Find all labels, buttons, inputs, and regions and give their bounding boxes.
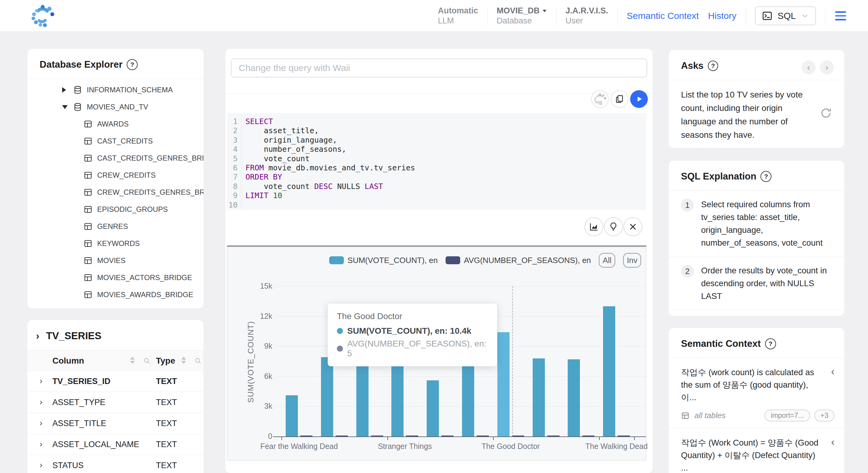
line-number: 7 <box>227 173 242 182</box>
vote-count-bar[interactable] <box>568 359 580 437</box>
table-item[interactable]: MOVIES_ACTORS_BRIDGE <box>27 269 204 286</box>
schema-item[interactable]: INFORMATION_SCHEMA <box>27 81 204 98</box>
chart-panel: SUM(VOTE_COUNT), enAVG(NUMBER_OF_SEASONS… <box>227 245 646 461</box>
help-icon[interactable]: ? <box>765 338 776 349</box>
table-item[interactable]: GENRES <box>27 218 204 235</box>
vote-count-bar[interactable] <box>427 380 439 437</box>
tv-series-title: TV_SERIES <box>46 330 101 342</box>
avg-seasons-bar[interactable] <box>477 436 489 437</box>
explanation-step: 1Select required columns from tv_series … <box>669 191 844 257</box>
sql-editor[interactable]: 1SELECT2 asset_title,3 origin_language,4… <box>227 113 646 210</box>
chevron-left-icon[interactable]: ‹ <box>831 366 835 404</box>
vote-count-bar[interactable] <box>321 357 333 437</box>
help-icon[interactable]: ? <box>761 171 771 182</box>
avg-seasons-bar[interactable] <box>512 436 524 437</box>
refresh-icon[interactable] <box>820 107 832 119</box>
legend-item[interactable]: AVG(NUMBER_OF_SEASONS), en <box>445 256 591 265</box>
column-name: TV_SERIES_ID <box>52 377 111 386</box>
avg-seasons-bar[interactable] <box>618 436 630 437</box>
legend-all-button[interactable]: All <box>599 253 615 268</box>
legend-inv-button[interactable]: Inv <box>623 253 641 268</box>
sql-mode-selector[interactable]: SQL <box>755 6 816 25</box>
code-text: LIMIT 10 <box>242 191 282 200</box>
context-pill[interactable]: +3 <box>814 410 835 421</box>
table-row[interactable]: ›ASSET_LOCAL_NAMETEXT <box>27 434 204 455</box>
table-item[interactable]: MOVIES <box>27 252 204 269</box>
line-number: 8 <box>227 182 242 191</box>
code-text: vote_count DESC NULLS LAST <box>242 182 383 191</box>
vote-count-bar[interactable] <box>497 332 509 437</box>
y-tick-label: 0 <box>227 432 272 441</box>
tv-series-panel: › TV_SERIES Column Type ›TV_SERIES_IDTEX… <box>27 320 204 473</box>
menu-icon[interactable] <box>835 9 847 22</box>
copy-icon <box>615 94 624 104</box>
table-item[interactable]: MOVIES_AWARDS_BRIDGE <box>27 286 204 303</box>
database-selector[interactable]: MOVIE_DB Database <box>497 6 547 26</box>
y-tick-label: 15k <box>227 282 272 291</box>
table-item[interactable]: AWARDS <box>27 116 204 132</box>
code-text: SELECT <box>242 117 273 126</box>
table-row[interactable]: ›TV_SERIES_IDTEXT <box>27 371 204 392</box>
user-value: J.A.R.V.I.S. <box>565 6 608 16</box>
legend-swatch <box>445 256 460 264</box>
search-type-icon[interactable] <box>194 357 202 365</box>
tree-item-label: GENRES <box>97 222 128 231</box>
table-item[interactable]: CREW_CREDITS <box>27 167 204 184</box>
avg-seasons-bar[interactable] <box>547 436 559 437</box>
ask-text: List the top 10 TV series by vote count,… <box>681 88 819 142</box>
help-icon[interactable]: ? <box>708 61 718 71</box>
caret-icon[interactable] <box>62 87 68 93</box>
caret-icon[interactable] <box>62 105 68 109</box>
database-value: MOVIE_DB <box>497 6 540 16</box>
avg-seasons-bar[interactable] <box>441 436 454 437</box>
line-number: 2 <box>227 126 242 135</box>
column-type: TEXT <box>156 461 177 470</box>
run-query-button[interactable] <box>630 90 648 108</box>
tv-series-header[interactable]: › TV_SERIES <box>27 320 204 350</box>
vote-count-bar[interactable] <box>603 306 615 437</box>
play-icon <box>634 94 644 104</box>
table-item[interactable]: CAST_CREDITS_GENRES_BRIDGE <box>27 150 204 167</box>
waii-assist-button[interactable] <box>591 90 609 108</box>
nav-semantic-context[interactable]: Semantic Context <box>627 11 699 21</box>
avg-seasons-bar[interactable] <box>371 436 383 437</box>
next-ask-button[interactable]: › <box>820 60 834 75</box>
table-row[interactable]: ›ASSET_TYPETEXT <box>27 392 204 413</box>
sort-column-icon[interactable] <box>130 357 135 364</box>
explanation-step: 2Order the results by vote_count in desc… <box>669 257 844 310</box>
close-chart-button[interactable] <box>623 217 642 236</box>
x-axis-line <box>273 437 646 437</box>
step-number: 2 <box>681 265 694 278</box>
chart-view-button[interactable] <box>585 217 603 236</box>
llm-selector[interactable]: Automatic LLM <box>438 6 478 26</box>
help-icon[interactable]: ? <box>127 59 138 70</box>
y-tick-label: 6k <box>227 372 272 381</box>
vote-count-bar[interactable] <box>533 358 545 437</box>
database-explorer-panel: Database Explorer ? INFORMATION_SCHEMAMO… <box>27 49 204 308</box>
table-item[interactable]: CREW_CREDITS_GENRES_BRIDGE <box>27 184 204 201</box>
legend-item[interactable]: SUM(VOTE_COUNT), en <box>329 256 438 265</box>
context-pill[interactable]: import=7... <box>765 410 810 421</box>
table-item[interactable]: KEYWORDS <box>27 235 204 252</box>
chevron-left-icon[interactable]: ‹ <box>831 437 835 473</box>
database-explorer-title: Database Explorer <box>40 59 122 70</box>
table-item[interactable]: EPISODIC_GROUPS <box>27 201 204 218</box>
vote-count-bar[interactable] <box>286 395 298 437</box>
copy-button[interactable] <box>611 90 628 108</box>
table-row[interactable]: ›ASSET_TITLETEXT <box>27 413 204 434</box>
avg-seasons-bar[interactable] <box>406 436 418 437</box>
search-column-icon[interactable] <box>143 357 151 365</box>
table-row[interactable]: ›STATUSTEXT <box>27 455 204 473</box>
avg-seasons-bar[interactable] <box>582 436 594 437</box>
avg-seasons-bar[interactable] <box>336 436 348 437</box>
avg-seasons-bar[interactable] <box>300 436 312 437</box>
table-item[interactable]: CAST_CREDITS <box>27 132 204 150</box>
query-input[interactable] <box>231 59 647 78</box>
schema-item[interactable]: MOVIES_AND_TV <box>27 98 204 116</box>
chevron-right-icon: › <box>40 439 42 449</box>
sort-type-icon[interactable] <box>181 357 186 364</box>
user-info[interactable]: J.A.R.V.I.S. User <box>565 6 608 26</box>
insight-button[interactable] <box>604 217 623 236</box>
nav-history[interactable]: History <box>708 11 737 21</box>
prev-ask-button[interactable]: ‹ <box>802 60 816 75</box>
